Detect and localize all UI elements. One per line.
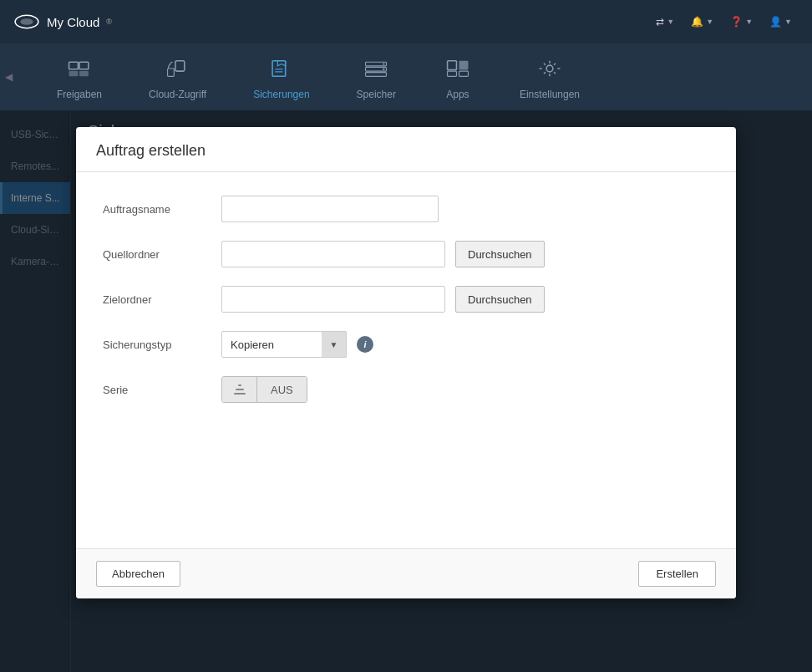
icon-nav: ◀ Freigaben Cloud-Zugriff Sicherungen Sp… [0, 43, 812, 110]
svg-rect-5 [79, 71, 89, 76]
main-content: USB-Sich... Remotes... Interne S... Clou… [0, 110, 812, 672]
svg-rect-17 [459, 61, 469, 70]
jobname-input[interactable] [221, 196, 439, 222]
speicher-label: Speicher [357, 89, 396, 100]
nav-item-freigaben[interactable]: Freigaben [33, 47, 125, 107]
usb-btn[interactable]: ⇄ ▼ [649, 13, 681, 31]
svg-rect-18 [448, 71, 457, 76]
form-row-target: Zielordner Durchsuchen [103, 286, 709, 313]
apps-icon [443, 53, 473, 84]
series-toggle[interactable]: AUS [221, 376, 307, 403]
svg-rect-6 [175, 61, 184, 71]
logo-icon [13, 13, 40, 30]
app-logo: My Cloud ® [13, 13, 112, 30]
svg-rect-19 [459, 71, 469, 76]
series-off-label: AUS [257, 377, 307, 402]
series-label: Serie [103, 384, 211, 396]
target-label: Zielordner [103, 293, 211, 306]
svg-point-20 [546, 65, 553, 72]
source-input[interactable] [221, 241, 445, 267]
usb-icon: ⇄ [656, 16, 664, 28]
source-label: Quellordner [103, 248, 211, 261]
svg-rect-16 [448, 61, 457, 70]
nav-item-einstellungen[interactable]: Einstellungen [496, 47, 603, 107]
icon-nav-items: Freigaben Cloud-Zugriff Sicherungen Spei… [33, 47, 603, 107]
user-btn[interactable]: 👤 ▼ [763, 13, 799, 31]
dialog-footer: Abbrechen Erstellen [76, 548, 736, 598]
einstellungen-label: Einstellungen [520, 89, 580, 100]
notifications-btn[interactable]: 🔔 ▼ [684, 13, 720, 31]
source-browse-btn[interactable]: Durchsuchen [455, 241, 545, 267]
bell-chevron: ▼ [706, 18, 713, 26]
form-row-jobname: Auftragsname [103, 196, 709, 222]
target-input[interactable] [221, 286, 445, 313]
top-nav: My Cloud ® ⇄ ▼ 🔔 ▼ ❓ ▼ 👤 ▼ [0, 0, 812, 43]
apps-label: Apps [446, 89, 469, 100]
help-chevron: ▼ [745, 18, 753, 26]
nav-item-speicher[interactable]: Speicher [333, 47, 419, 107]
svg-point-15 [383, 69, 384, 70]
line-3 [234, 393, 246, 395]
nav-item-cloud-zugriff[interactable]: Cloud-Zugriff [125, 47, 230, 107]
sidebar-collapse-btn[interactable]: ◀ [0, 43, 17, 110]
svg-point-14 [383, 63, 384, 64]
type-select-wrapper: Kopieren Synchronisieren ▼ [221, 331, 347, 358]
svg-rect-13 [366, 73, 387, 77]
bell-icon: 🔔 [691, 16, 703, 28]
sicherungen-icon [266, 53, 297, 84]
speicher-icon [361, 53, 391, 84]
app-title: My Cloud [47, 15, 99, 29]
nav-right: ⇄ ▼ 🔔 ▼ ❓ ▼ 👤 ▼ [649, 13, 799, 31]
info-icon[interactable]: i [357, 336, 373, 353]
lines-decoration [234, 384, 246, 395]
user-chevron: ▼ [784, 18, 792, 26]
modal-overlay: Auftrag erstellen Auftragsname Quellordn… [0, 110, 812, 672]
user-icon: 👤 [769, 16, 782, 28]
cloud-zugriff-label: Cloud-Zugriff [149, 89, 206, 100]
form-row-series: Serie AUS [103, 376, 709, 403]
dialog-auftrag-erstellen: Auftrag erstellen Auftragsname Quellordn… [76, 127, 736, 598]
svg-rect-7 [167, 69, 174, 76]
type-select[interactable]: Kopieren Synchronisieren [221, 331, 347, 358]
nav-item-sicherungen[interactable]: Sicherungen [230, 47, 332, 107]
freigaben-icon [64, 53, 94, 84]
type-label: Sicherungstyp [103, 339, 211, 351]
einstellungen-icon [535, 53, 565, 84]
line-1 [238, 384, 241, 386]
dialog-body: Auftragsname Quellordner Durchsuchen Zie… [76, 172, 736, 548]
form-row-source: Quellordner Durchsuchen [103, 241, 709, 267]
usb-chevron: ▼ [667, 18, 674, 26]
cancel-button[interactable]: Abbrechen [96, 561, 180, 587]
svg-rect-8 [272, 61, 286, 77]
dialog-title: Auftrag erstellen [96, 142, 206, 159]
freigaben-label: Freigaben [57, 89, 102, 100]
cloud-zugriff-icon [163, 53, 193, 84]
create-button[interactable]: Erstellen [638, 561, 716, 587]
svg-rect-2 [69, 62, 79, 69]
sicherungen-label: Sicherungen [253, 89, 309, 100]
help-btn[interactable]: ❓ ▼ [723, 13, 759, 31]
svg-rect-3 [79, 62, 89, 69]
question-icon: ❓ [730, 16, 743, 28]
svg-rect-4 [69, 71, 79, 76]
jobname-label: Auftragsname [103, 203, 211, 216]
toggle-lines-icon [222, 377, 257, 402]
line-2 [236, 389, 244, 390]
form-row-type: Sicherungstyp Kopieren Synchronisieren ▼… [103, 331, 709, 358]
dialog-header: Auftrag erstellen [76, 127, 736, 172]
target-browse-btn[interactable]: Durchsuchen [455, 286, 545, 313]
svg-point-1 [20, 18, 33, 25]
nav-item-apps[interactable]: Apps [419, 47, 496, 107]
